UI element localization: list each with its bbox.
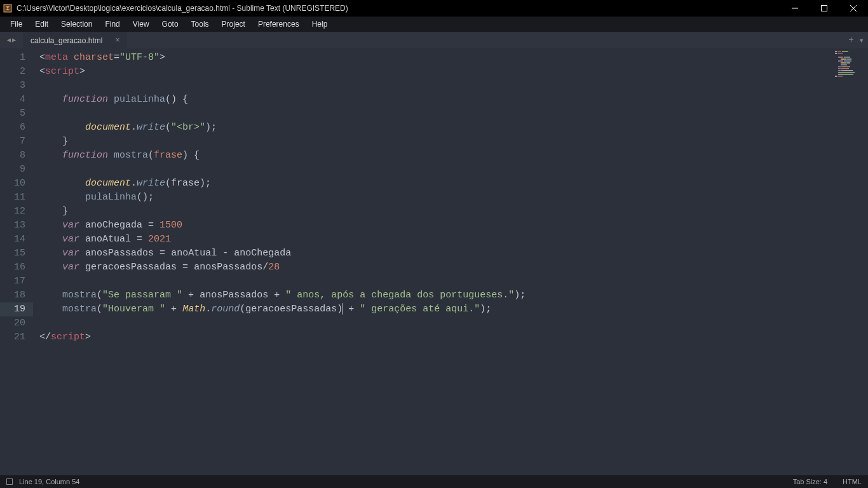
line-number: 21	[0, 330, 25, 344]
svg-rect-0	[4, 4, 11, 12]
line-number-gutter[interactable]: 1 2 3 4 5 6 7 8 9 10 11 12 13 14 15 16 1…	[0, 48, 33, 475]
code-line: }	[33, 135, 868, 149]
menu-preferences[interactable]: Preferences	[252, 17, 306, 32]
panel-switcher-icon[interactable]	[6, 478, 13, 485]
code-line: }	[33, 205, 868, 219]
tab-back-icon[interactable]: ◀	[7, 36, 11, 44]
code-line: document.write(frase);	[33, 177, 868, 191]
line-number: 6	[0, 121, 25, 135]
tab-bar: ◀ ▶ calcula_geracao.html × + ▾	[0, 32, 868, 48]
line-number: 20	[0, 316, 25, 330]
code-line: var anosPassados = anoAtual - anoChegada	[33, 247, 868, 261]
line-number: 15	[0, 247, 25, 261]
code-line	[33, 79, 868, 93]
line-number: 9	[0, 163, 25, 177]
line-number-active: 19	[0, 302, 33, 316]
tab-actions: + ▾	[848, 35, 864, 46]
code-line: var anoAtual = 2021	[33, 233, 868, 247]
line-number: 10	[0, 177, 25, 191]
tab-forward-icon[interactable]: ▶	[12, 36, 16, 44]
syntax-status[interactable]: HTML	[843, 478, 862, 485]
window-titlebar: C:\Users\Victor\Desktop\logica\exercicio…	[0, 0, 868, 17]
cursor-position[interactable]: Line 19, Column 54	[19, 478, 79, 485]
code-line: </script>	[33, 330, 868, 344]
line-number: 8	[0, 149, 25, 163]
line-number: 14	[0, 233, 25, 247]
line-number: 4	[0, 93, 25, 107]
close-button[interactable]	[839, 0, 868, 17]
code-line: <script>	[33, 65, 868, 79]
menu-find[interactable]: Find	[98, 17, 126, 32]
code-line: function pulaLinha() {	[33, 93, 868, 107]
svg-rect-2	[822, 6, 827, 11]
tab-label: calcula_geracao.html	[31, 36, 102, 45]
menu-bar: File Edit Selection Find View Goto Tools…	[0, 17, 868, 32]
line-number: 18	[0, 288, 25, 302]
new-tab-icon[interactable]: +	[848, 35, 853, 45]
code-editor[interactable]: <meta charset="UTF-8"> <script> function…	[33, 48, 868, 475]
editor-area: 1 2 3 4 5 6 7 8 9 10 11 12 13 14 15 16 1…	[0, 48, 868, 475]
code-line	[33, 316, 868, 330]
line-number: 11	[0, 191, 25, 205]
code-line: <meta charset="UTF-8">	[33, 51, 868, 65]
menu-goto[interactable]: Goto	[156, 17, 185, 32]
line-number: 2	[0, 65, 25, 79]
tab-history-buttons[interactable]: ◀ ▶	[0, 32, 23, 48]
menu-edit[interactable]: Edit	[29, 17, 55, 32]
code-line-active: mostra("Houveram " + Math.round(geracoes…	[33, 302, 868, 316]
menu-help[interactable]: Help	[306, 17, 334, 32]
app-icon	[3, 3, 13, 13]
window-controls	[780, 0, 868, 17]
status-bar: Line 19, Column 54 Tab Size: 4 HTML	[0, 475, 868, 488]
tab-active[interactable]: calcula_geracao.html ×	[23, 32, 127, 48]
text-cursor	[342, 303, 342, 315]
maximize-button[interactable]	[810, 0, 839, 17]
code-line: var anoChegada = 1500	[33, 219, 868, 233]
window-title: C:\Users\Victor\Desktop\logica\exercicio…	[17, 4, 780, 13]
line-number: 7	[0, 135, 25, 149]
minimap[interactable]	[835, 51, 865, 76]
line-number: 17	[0, 274, 25, 288]
code-line: document.write("<br>");	[33, 121, 868, 135]
menu-selection[interactable]: Selection	[55, 17, 98, 32]
menu-view[interactable]: View	[126, 17, 156, 32]
code-line	[33, 107, 868, 121]
code-line: mostra("Se passaram " + anosPassados + "…	[33, 288, 868, 302]
menu-project[interactable]: Project	[215, 17, 252, 32]
menu-file[interactable]: File	[4, 17, 29, 32]
code-line	[33, 274, 868, 288]
code-line: function mostra(frase) {	[33, 149, 868, 163]
tab-menu-icon[interactable]: ▾	[859, 35, 864, 46]
line-number: 3	[0, 79, 25, 93]
line-number: 5	[0, 107, 25, 121]
code-line	[33, 163, 868, 177]
tab-size-status[interactable]: Tab Size: 4	[793, 478, 827, 485]
code-line: var geracoesPassadas = anosPassados/28	[33, 261, 868, 274]
tab-close-icon[interactable]: ×	[113, 36, 122, 44]
line-number: 12	[0, 205, 25, 219]
line-number: 16	[0, 261, 25, 274]
line-number: 13	[0, 219, 25, 233]
code-line: pulaLinha();	[33, 191, 868, 205]
menu-tools[interactable]: Tools	[185, 17, 215, 32]
minimize-button[interactable]	[780, 0, 810, 17]
line-number: 1	[0, 51, 25, 65]
